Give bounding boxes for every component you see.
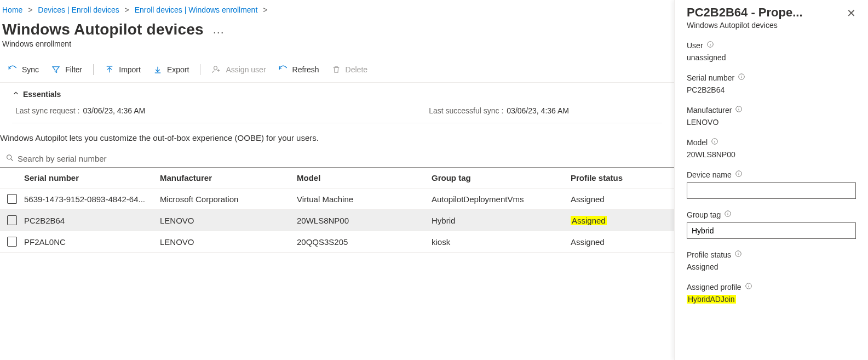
th-model[interactable]: Model: [297, 173, 432, 182]
page-subtitle: Windows enrollment: [0, 39, 674, 57]
breadcrumb-link-home[interactable]: Home: [2, 5, 22, 14]
sync-button[interactable]: Sync: [2, 61, 44, 78]
info-icon[interactable]: [735, 105, 743, 115]
toolbar-divider: [93, 64, 94, 75]
breadcrumb: Home > Devices | Enroll devices > Enroll…: [0, 0, 674, 18]
panel-subtitle: Windows Autopilot devices: [687, 21, 856, 30]
delete-label: Delete: [346, 65, 367, 74]
row-checkbox[interactable]: [7, 237, 17, 247]
sync-label: Sync: [22, 65, 39, 74]
cell-group-tag: kiosk: [432, 237, 571, 247]
chevron-right-icon: >: [28, 5, 32, 14]
group-tag-input[interactable]: [687, 222, 856, 239]
refresh-icon: [8, 65, 18, 75]
page-title: Windows Autopilot devices: [2, 21, 204, 38]
user-label: User: [687, 41, 703, 50]
last-successful-sync-value: 03/06/23, 4:36 AM: [507, 106, 569, 115]
info-icon[interactable]: [711, 138, 718, 147]
cell-serial: PF2AL0NC: [24, 237, 160, 247]
essentials-heading: Essentials: [23, 90, 61, 99]
filter-label: Filter: [65, 65, 82, 74]
search-bar[interactable]: [0, 150, 674, 168]
import-icon: [105, 65, 114, 75]
last-successful-sync-label: Last successful sync :: [429, 106, 503, 115]
delete-button: Delete: [326, 61, 373, 78]
search-icon: [5, 153, 14, 164]
profile-status-label: Profile status: [687, 250, 731, 259]
filter-icon: [51, 65, 61, 75]
cell-profile-status: Assigned: [571, 237, 658, 247]
row-checkbox[interactable]: [7, 215, 17, 225]
cell-profile-status: Assigned: [571, 195, 658, 204]
cell-manufacturer: Microsoft Corporation: [160, 195, 297, 204]
filter-button[interactable]: Filter: [45, 61, 88, 78]
serial-label: Serial number: [687, 73, 734, 82]
properties-panel: PC2B2B64 - Prope... ✕ Windows Autopilot …: [674, 0, 868, 360]
last-sync-request-label: Last sync request :: [15, 106, 80, 115]
row-checkbox[interactable]: [7, 194, 17, 204]
essentials-toggle[interactable]: Essentials: [12, 89, 662, 99]
profile-status-value: Assigned: [687, 262, 856, 271]
cell-serial: 5639-1473-9152-0893-4842-64...: [24, 195, 160, 204]
user-plus-icon: [211, 65, 221, 75]
info-icon[interactable]: [735, 170, 743, 179]
table-row[interactable]: PC2B2B64LENOVO20WLS8NP00HybridAssigned: [0, 210, 674, 231]
info-icon[interactable]: [724, 210, 732, 219]
import-label: Import: [119, 65, 141, 74]
cell-model: 20QQS3S205: [297, 237, 432, 247]
toolbar-divider: [200, 64, 200, 75]
info-icon[interactable]: [745, 282, 752, 292]
search-input[interactable]: [18, 154, 669, 163]
cell-profile-status: Assigned: [571, 216, 658, 225]
devices-table: Serial number Manufacturer Model Group t…: [0, 168, 674, 253]
cell-model: 20WLS8NP00: [297, 216, 432, 225]
info-icon[interactable]: [734, 250, 742, 259]
th-serial[interactable]: Serial number: [24, 173, 160, 182]
export-button[interactable]: Export: [147, 61, 194, 78]
breadcrumb-link-enroll[interactable]: Enroll devices | Windows enrollment: [135, 5, 258, 14]
export-icon: [153, 65, 163, 75]
user-value: unassigned: [687, 53, 856, 62]
assigned-profile-value: HybridADJoin: [687, 295, 736, 304]
assign-user-button: Assign user: [206, 61, 271, 78]
cell-group-tag: Hybrid: [432, 216, 571, 225]
close-icon[interactable]: ✕: [847, 5, 856, 20]
trash-icon: [331, 65, 341, 75]
manufacturer-value: LENOVO: [687, 118, 856, 127]
chevron-up-icon: [12, 89, 20, 99]
table-row[interactable]: 5639-1473-9152-0893-4842-64...Microsoft …: [0, 188, 674, 210]
info-icon[interactable]: [706, 41, 714, 50]
cell-group-tag: AutopilotDeploymentVms: [432, 195, 571, 204]
breadcrumb-link-devices[interactable]: Devices | Enroll devices: [38, 5, 119, 14]
svg-point-1: [7, 155, 12, 159]
model-value: 20WLS8NP00: [687, 150, 856, 159]
more-icon[interactable]: …: [212, 22, 225, 37]
import-button[interactable]: Import: [99, 61, 146, 78]
device-name-input[interactable]: [687, 182, 856, 199]
table-header-row: Serial number Manufacturer Model Group t…: [0, 168, 674, 188]
table-row[interactable]: PF2AL0NCLENOVO20QQS3S205kioskAssigned: [0, 231, 674, 253]
th-manufacturer[interactable]: Manufacturer: [160, 173, 297, 182]
info-icon[interactable]: [738, 73, 745, 82]
export-label: Export: [167, 65, 189, 74]
description-text: Windows Autopilot lets you customize the…: [0, 125, 674, 150]
svg-point-0: [214, 66, 217, 70]
panel-title: PC2B2B64 - Prope...: [687, 5, 803, 20]
last-sync-request-value: 03/06/23, 4:36 AM: [83, 106, 146, 115]
th-group-tag[interactable]: Group tag: [432, 173, 571, 182]
refresh-button[interactable]: Refresh: [273, 61, 325, 78]
chevron-right-icon: >: [125, 5, 129, 14]
th-profile-status[interactable]: Profile status: [571, 173, 658, 182]
chevron-right-icon: >: [263, 5, 267, 14]
model-label: Model: [687, 138, 708, 147]
device-name-label: Device name: [687, 170, 732, 179]
cell-serial: PC2B2B64: [24, 216, 160, 225]
refresh-label: Refresh: [292, 65, 319, 74]
assign-user-label: Assign user: [226, 65, 266, 74]
refresh-icon: [278, 65, 288, 75]
cell-model: Virtual Machine: [297, 195, 432, 204]
toolbar: Sync Filter Import Export Assign u: [0, 57, 674, 83]
cell-manufacturer: LENOVO: [160, 237, 297, 247]
cell-manufacturer: LENOVO: [160, 216, 297, 225]
group-tag-label: Group tag: [687, 210, 721, 219]
